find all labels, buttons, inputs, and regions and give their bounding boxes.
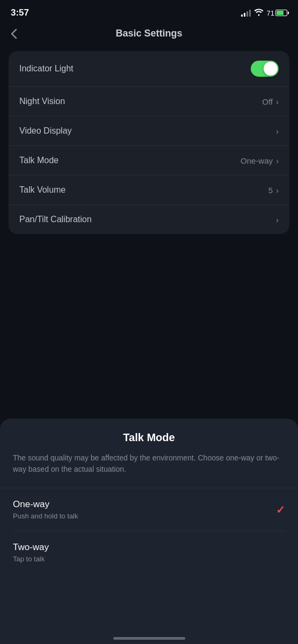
status-time: 3:57 xyxy=(11,8,29,18)
two-way-subtitle: Tap to talk xyxy=(13,555,49,563)
night-vision-label: Night Vision xyxy=(19,97,65,106)
talk-volume-row[interactable]: Talk Volume 5 › xyxy=(9,175,289,205)
battery-icon xyxy=(275,10,287,16)
video-display-value: › xyxy=(276,127,279,136)
one-way-subtitle: Push and hold to talk xyxy=(13,512,78,520)
indicator-light-label: Indicator Light xyxy=(19,64,74,74)
video-display-chevron: › xyxy=(276,127,279,136)
video-display-row[interactable]: Video Display › xyxy=(9,116,289,146)
night-vision-row[interactable]: Night Vision Off › xyxy=(9,87,289,116)
talk-mode-chevron: › xyxy=(276,156,279,165)
pan-tilt-row[interactable]: Pan/Tilt Calibration › xyxy=(9,205,289,234)
two-way-title: Two-way xyxy=(13,542,49,553)
status-bar: 3:57 71 xyxy=(0,0,298,24)
talk-mode-value: One-way › xyxy=(241,156,279,165)
settings-card: Indicator Light Night Vision Off › Video… xyxy=(9,51,289,234)
talk-volume-value: 5 › xyxy=(268,186,279,195)
page-title: Basic Settings xyxy=(115,28,182,39)
talk-volume-label: Talk Volume xyxy=(19,185,66,195)
talk-volume-chevron: › xyxy=(276,186,279,195)
battery-indicator: 71 xyxy=(267,9,287,17)
home-indicator xyxy=(113,637,185,640)
talk-mode-row[interactable]: Talk Mode One-way › xyxy=(9,146,289,175)
sheet-description: The sound quality may be affected by the… xyxy=(13,452,285,475)
nav-header: Basic Settings xyxy=(0,24,298,47)
video-display-label: Video Display xyxy=(19,126,72,136)
night-vision-value: Off › xyxy=(262,97,279,106)
signal-icon xyxy=(241,10,251,17)
pan-tilt-value: › xyxy=(276,215,279,224)
pan-tilt-label: Pan/Tilt Calibration xyxy=(19,215,92,224)
wifi-icon xyxy=(254,9,264,18)
pan-tilt-chevron: › xyxy=(276,215,279,224)
status-icons: 71 xyxy=(241,9,287,18)
one-way-checkmark: ✓ xyxy=(276,503,285,516)
indicator-light-toggle[interactable] xyxy=(251,61,279,77)
one-way-option[interactable]: One-way Push and hold to talk ✓ xyxy=(13,488,285,531)
sheet-title: Talk Mode xyxy=(13,431,285,444)
back-button[interactable] xyxy=(11,28,17,39)
one-way-title: One-way xyxy=(13,499,78,510)
indicator-light-row[interactable]: Indicator Light xyxy=(9,51,289,87)
two-way-option[interactable]: Two-way Tap to talk xyxy=(13,531,285,574)
battery-text: 71 xyxy=(267,9,274,17)
night-vision-chevron: › xyxy=(276,97,279,106)
talk-mode-bottom-sheet: Talk Mode The sound quality may be affec… xyxy=(0,419,298,644)
talk-mode-label: Talk Mode xyxy=(19,156,59,165)
